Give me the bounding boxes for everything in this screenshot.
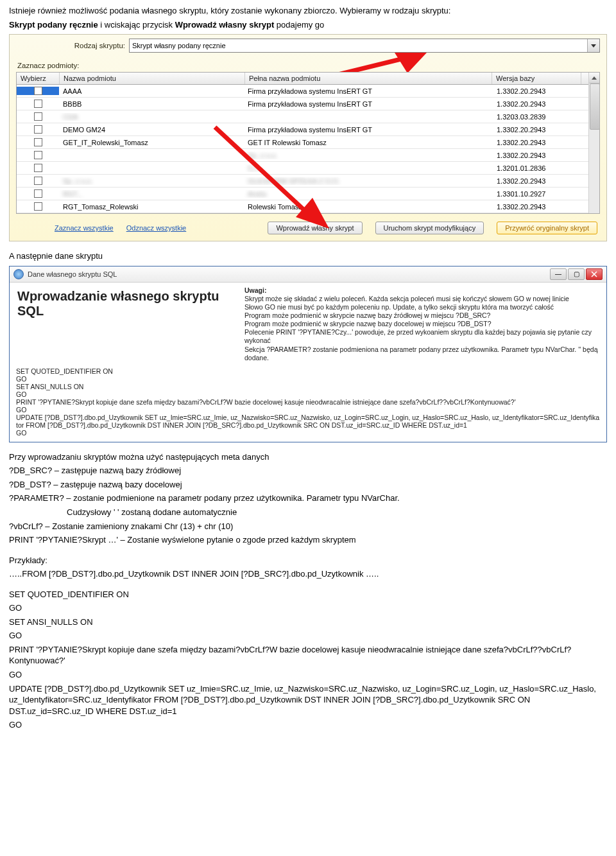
cell-nazwa: CDA — [59, 113, 244, 121]
col-wybierz[interactable]: Wybierz — [17, 73, 60, 84]
close-button[interactable] — [586, 268, 603, 280]
meta-l3: ?PARAMETR? – zostanie podmienione na par… — [9, 493, 607, 504]
meta-l5: PRINT '?PYTANIE?Skrypt …' – Zostanie wyś… — [9, 534, 607, 546]
code-l2: GO — [9, 602, 607, 614]
intro-para: Istnieje również możliwość podania własn… — [9, 5, 607, 17]
maximize-button[interactable]: ▢ — [568, 268, 585, 280]
cell-wersja: 1.3302.20.2943 — [493, 177, 581, 185]
uwagi-block: Uwagi: Skrypt może się składać z wielu p… — [243, 283, 606, 365]
table-row[interactable]: Sp. z o.o.OLEOFARM SPÓŁKA Z O.O.1.3302.2… — [17, 175, 599, 188]
cell-wersja: 1.3302.20.2943 — [493, 100, 581, 108]
cell-pelna: Firma przykładowa systemu InsERT GT — [244, 126, 493, 134]
cell-pelna: OLEOFARM SPÓŁKA Z O.O. — [244, 177, 493, 185]
intro-para2: Skrypt podany ręcznie i wciskając przyci… — [9, 19, 607, 31]
cell-wersja: 1.3302.20.2943 — [493, 87, 581, 95]
select-all-link[interactable]: Zaznacz wszystkie — [55, 224, 114, 232]
grid-scrollbar[interactable] — [588, 73, 599, 213]
sql-editor[interactable]: SET QUOTED_IDENTIFIER ON GO SET ANSI_NUL… — [10, 365, 606, 442]
subject-grid: Wybierz Nazwa podmiotu Pełna nazwa podmi… — [16, 72, 600, 214]
dialog-titlebar: Dane własnego skryptu SQL — ▢ — [10, 266, 606, 283]
row-checkbox[interactable] — [34, 164, 42, 172]
cell-wersja: 1.3201.01.2836 — [493, 164, 581, 172]
code-l1: SET QUOTED_IDENTIFIER ON — [9, 589, 607, 600]
meta-l4: ?vbCrLf? – Zostanie zamieniony znakami C… — [9, 521, 607, 532]
code-l4: GO — [9, 630, 607, 642]
dialog-title: Dane własnego skryptu SQL — [28, 270, 546, 278]
cell-nazwa: RGT_Tomasz_Rolewski — [59, 203, 244, 211]
row-checkbox[interactable] — [34, 177, 42, 185]
meta-l3b: Cudzysłowy ' ' zostaną dodane automatycz… — [9, 507, 607, 518]
rodzaj-dropdown[interactable]: Skrypt własny podany ręcznie — [129, 39, 600, 53]
cell-pelna: Firma przykładowa systemu InsERT GT — [244, 100, 493, 108]
code-l5: PRINT '?PYTANIE?Skrypt kopiuje dane szef… — [9, 644, 607, 667]
table-row[interactable]: AAAAFirma przykładowa systemu InsERT GT1… — [17, 85, 599, 98]
cell-pelna: Sp. z o.o. — [244, 152, 493, 159]
code-l8: GO — [9, 719, 607, 731]
table-row[interactable]: RGT_Tomasz_RolewskiRolewski Tomasz1.3302… — [17, 200, 599, 213]
table-row[interactable]: Sp. z o.o.1.3302.20.2943 — [17, 149, 599, 162]
sql-dialog: Dane własnego skryptu SQL — ▢ Wprowadzan… — [9, 266, 607, 442]
row-checkbox[interactable] — [34, 202, 42, 211]
cell-wersja: 1.3302.20.2943 — [493, 203, 581, 211]
col-pelna[interactable]: Pełna nazwa podmiotu — [245, 73, 492, 84]
table-row[interactable]: BBBBFirma przykładowa systemu InsERT GT1… — [17, 98, 599, 110]
chevron-down-icon — [587, 39, 599, 52]
cell-wersja: 1.3302.20.2943 — [493, 139, 581, 146]
cell-nazwa: DEMO GM24 — [59, 126, 244, 134]
ex-heading: Przykłady: — [9, 555, 607, 566]
row-checkbox[interactable] — [34, 151, 42, 159]
minimize-button[interactable]: — — [550, 268, 567, 280]
cell-nazwa: BBBB — [59, 100, 244, 108]
col-nazwa[interactable]: Nazwa podmiotu — [60, 73, 245, 84]
wprowadz-button[interactable]: Wprowadź własny skrypt — [268, 222, 362, 234]
app-icon — [13, 269, 24, 279]
row-checkbox[interactable] — [34, 100, 42, 108]
dialog-heading: Wprowadzanie własnego skryptu SQL — [17, 289, 235, 319]
row-checkbox[interactable] — [34, 87, 42, 95]
cell-pelna: Rolewski Tomasz — [244, 203, 493, 211]
uruchom-button[interactable]: Uruchom skrypt modyfikujący — [375, 222, 484, 234]
row-checkbox[interactable] — [34, 138, 42, 146]
cell-pelna: Aneta — [244, 190, 493, 198]
rodzaj-label: Rodzaj skryptu: — [16, 42, 125, 49]
deselect-all-link[interactable]: Odznacz wszystkie — [126, 224, 187, 232]
grid-header: Wybierz Nazwa podmiotu Pełna nazwa podmi… — [17, 73, 599, 85]
meta-l1: ?DB_SRC? – zastępuje nazwą bazy źródłowe… — [9, 465, 607, 476]
meta-l2: ?DB_DST? – zastępuje nazwą bazy docelowe… — [9, 479, 607, 491]
przywroc-button[interactable]: Przywróć oryginalny skrypt — [497, 222, 597, 234]
table-row[interactable]: DEMO GM24Firma przykładowa systemu InsER… — [17, 123, 599, 136]
row-checkbox[interactable] — [34, 189, 42, 198]
row-checkbox[interactable] — [34, 125, 42, 134]
cell-wersja: 1.3301.10.2927 — [493, 190, 581, 198]
scroll-up-icon[interactable] — [589, 73, 599, 83]
table-row[interactable]: RGT_Aneta 1.3301.10.2927 — [17, 188, 599, 200]
ex-line: …..FROM [?DB_DST?].dbo.pd_Uzytkownik DST… — [9, 568, 607, 580]
code-l3: SET ANSI_NULLS ON — [9, 616, 607, 628]
table-row[interactable]: S.C. 1.3201.01.2836 — [17, 162, 599, 175]
cell-wersja: 1.3203.03.2839 — [493, 113, 581, 121]
code-l7: UPDATE [?DB_DST?].dbo.pd_Uzytkownik SET … — [9, 683, 607, 717]
cell-wersja: 1.3302.20.2943 — [493, 152, 581, 159]
table-row[interactable]: CDA1.3203.03.2839 — [17, 110, 599, 123]
cell-pelna: S.C. — [244, 164, 493, 172]
cell-nazwa: AAAA — [59, 87, 244, 95]
mid-para: A następnie dane skryptu — [9, 250, 607, 262]
panel-footer: Zaznacz wszystkie Odznacz wszystkie Wpro… — [16, 220, 600, 236]
table-row[interactable]: GET_IT_Rolewski_TomaszGET IT Rolewski To… — [17, 136, 599, 149]
col-wersja[interactable]: Wersja bazy — [492, 73, 581, 84]
cell-nazwa: GET_IT_Rolewski_Tomasz — [59, 139, 244, 146]
zaz-label: Zaznacz podmioty: — [17, 62, 600, 69]
code-l6: GO — [9, 669, 607, 681]
cell-pelna: GET IT Rolewski Tomasz — [244, 139, 493, 146]
after-para: Przy wprowadzaniu skryptów można użyć na… — [9, 451, 607, 463]
cell-nazwa: Sp. z o.o. — [59, 177, 244, 185]
cell-pelna: Firma przykładowa systemu InsERT GT — [244, 87, 493, 95]
row-checkbox[interactable] — [34, 112, 42, 121]
cell-wersja: 1.3302.20.2943 — [493, 126, 581, 134]
cell-nazwa: RGT_ — [59, 190, 244, 198]
scroll-thumb[interactable] — [590, 83, 600, 130]
subject-panel: Rodzaj skryptu: Skrypt własny podany ręc… — [9, 34, 607, 241]
